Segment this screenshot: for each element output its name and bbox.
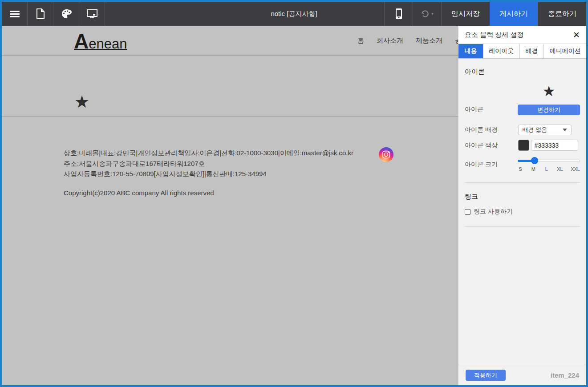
apply-button[interactable]: 적용하기 bbox=[466, 370, 506, 381]
icon-size-label: 아이콘 크기 bbox=[465, 157, 518, 172]
icon-size-slider[interactable] bbox=[518, 157, 580, 164]
change-icon-button[interactable]: 변경하기 bbox=[518, 105, 580, 115]
footer-line-1: 상호:미래몰|대표:강민국|개인정보관리책임자:이은경|전화:02-1000-3… bbox=[64, 148, 458, 158]
top-toolbar: notic [공지사항] ▾ 임시저장 게시하기 종료하기 bbox=[2, 2, 586, 26]
undo-caret-icon: ▾ bbox=[431, 12, 434, 16]
footer-copyright: Copyright(c)2020 ABC company All rights … bbox=[64, 189, 458, 197]
link-section-title: 링크 bbox=[465, 193, 580, 201]
site-logo[interactable]: Aenean bbox=[74, 29, 127, 53]
item-id-label: item_224 bbox=[551, 371, 579, 379]
mobile-icon bbox=[395, 8, 402, 20]
nav-item-home[interactable]: 홈 bbox=[357, 36, 364, 45]
icon-color-label: 아이콘 색상 bbox=[465, 141, 518, 149]
site-footer-block[interactable]: 상호:미래몰|대표:강민국|개인정보관리책임자:이은경|전화:02-1000-3… bbox=[2, 117, 458, 197]
panel-tabs: 내용 레이아웃 배경 애니메이션 bbox=[458, 44, 586, 59]
use-link-option[interactable]: 링크 사용하기 bbox=[465, 208, 580, 216]
page-icon bbox=[36, 8, 45, 19]
theme-button[interactable] bbox=[53, 2, 79, 26]
tab-layout[interactable]: 레이아웃 bbox=[483, 44, 520, 58]
element-settings-panel: 요소 블럭 상세 설정 ✕ 내용 레이아웃 배경 애니메이션 아이콘 아이콘 ★… bbox=[458, 26, 586, 385]
use-link-checkbox[interactable] bbox=[465, 209, 470, 215]
palette-icon bbox=[61, 8, 72, 19]
footer-line-3: 사업자등록번호:120-55-70809[사업자정보확인]|통신판매:125-3… bbox=[64, 169, 458, 179]
instagram-icon[interactable] bbox=[379, 147, 393, 162]
icon-size-row: 아이콘 크기 S M L XL XXL bbox=[465, 157, 580, 172]
nav-item-products[interactable]: 제품소개 bbox=[416, 36, 442, 45]
nav-item-notice[interactable]: 공지사항 bbox=[455, 36, 458, 45]
tick-m: M bbox=[531, 166, 536, 172]
icon-section-title: 아이콘 bbox=[465, 68, 580, 76]
slider-tick-labels: S M L XL XXL bbox=[518, 166, 580, 172]
panel-header: 요소 블럭 상세 설정 ✕ bbox=[458, 26, 586, 44]
monitor-icon bbox=[87, 8, 97, 19]
tick-xl: XL bbox=[557, 166, 563, 172]
section-divider bbox=[465, 226, 580, 227]
site-nav: 홈 회사소개 제품소개 공지사항 bbox=[357, 26, 458, 56]
icon-color-row: 아이콘 색상 bbox=[465, 140, 580, 151]
icon-background-value: 배경 없음 bbox=[523, 126, 547, 134]
tick-s: S bbox=[518, 166, 523, 172]
slider-knob[interactable] bbox=[531, 157, 538, 164]
nav-item-company[interactable]: 회사소개 bbox=[377, 36, 403, 45]
editor-window: notic [공지사항] ▾ 임시저장 게시하기 종료하기 bbox=[0, 0, 588, 387]
page-button[interactable] bbox=[28, 2, 53, 26]
star-block[interactable]: ★ bbox=[2, 56, 458, 117]
tab-content[interactable]: 내용 bbox=[458, 44, 483, 58]
menu-button[interactable] bbox=[2, 2, 28, 26]
hamburger-icon bbox=[10, 9, 20, 19]
icon-background-row: 아이콘 배경 배경 없음 bbox=[465, 125, 580, 135]
icon-label: 아이콘 bbox=[465, 105, 518, 115]
panel-body: 아이콘 아이콘 ★ 변경하기 아이콘 배경 배경 없음 아이콘 색상 bbox=[458, 59, 586, 227]
tab-background[interactable]: 배경 bbox=[520, 44, 544, 58]
panel-footer: 적용하기 item_224 bbox=[458, 365, 586, 385]
mobile-preview-button[interactable] bbox=[384, 2, 413, 26]
chevron-down-icon bbox=[563, 129, 567, 131]
tick-xxl: XXL bbox=[571, 166, 580, 172]
icon-preview-star: ★ bbox=[518, 84, 580, 98]
exit-button[interactable]: 종료하기 bbox=[538, 2, 586, 26]
tick-l: L bbox=[544, 166, 549, 172]
undo-icon bbox=[421, 9, 430, 18]
temp-save-button[interactable]: 임시저장 bbox=[441, 2, 490, 26]
site-canvas: Aenean 홈 회사소개 제품소개 공지사항 ★ 상호:미래몰|대표:강민국|… bbox=[2, 26, 458, 385]
icon-background-select[interactable]: 배경 없음 bbox=[518, 125, 572, 135]
icon-row: 아이콘 ★ 변경하기 bbox=[465, 76, 580, 115]
panel-title: 요소 블럭 상세 설정 bbox=[465, 31, 524, 39]
footer-info: 상호:미래몰|대표:강민국|개인정보관리책임자:이은경|전화:02-1000-3… bbox=[64, 148, 458, 179]
color-value-input[interactable] bbox=[531, 140, 578, 151]
section-divider bbox=[465, 182, 580, 183]
undo-button[interactable]: ▾ bbox=[413, 2, 441, 26]
desktop-preview-button[interactable] bbox=[79, 2, 105, 26]
site-header-block[interactable]: Aenean 홈 회사소개 제품소개 공지사항 bbox=[2, 26, 458, 56]
icon-background-label: 아이콘 배경 bbox=[465, 126, 518, 134]
footer-line-2: 주소:서울시송파구송파대로167태라타워1207호 bbox=[64, 158, 458, 169]
publish-button[interactable]: 게시하기 bbox=[490, 2, 538, 26]
color-swatch[interactable] bbox=[518, 140, 529, 151]
close-icon[interactable]: ✕ bbox=[573, 31, 580, 39]
tab-animation[interactable]: 애니메이션 bbox=[544, 44, 586, 58]
use-link-label: 링크 사용하기 bbox=[474, 208, 513, 216]
